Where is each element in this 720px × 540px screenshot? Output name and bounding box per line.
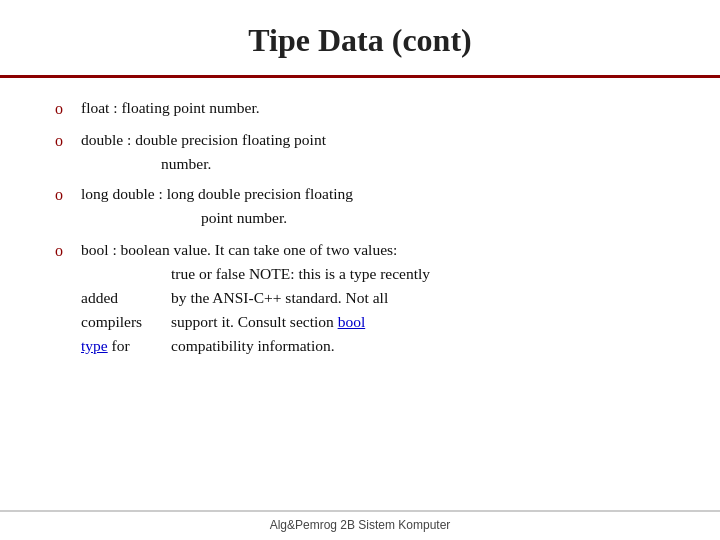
bullet-float: o float : floating point number. (55, 96, 665, 122)
long-double-line1: long double : long double precision floa… (81, 185, 353, 202)
slide: Tipe Data (cont) o float : floating poin… (0, 0, 720, 540)
long-double-line2: point number. (81, 209, 287, 226)
bool-intro: bool : boolean value. It can take one of… (81, 241, 397, 258)
bullet-marker-4: o (55, 239, 71, 264)
bool-type-link[interactable]: type (81, 337, 108, 354)
footer: Alg&Pemrog 2B Sistem Komputer (0, 512, 720, 540)
bool-left-1 (81, 262, 171, 286)
bullet-float-text: float : floating point number. (81, 96, 665, 120)
title-area: Tipe Data (cont) (0, 0, 720, 69)
bullet-long-double-text: long double : long double precision floa… (81, 182, 665, 230)
bool-left-4: type for (81, 334, 171, 358)
bool-left-2: added (81, 286, 171, 310)
bool-right-4: compatibility information. (171, 334, 665, 358)
bool-col-left: added compilers type for (81, 262, 171, 358)
bullet-marker-3: o (55, 183, 71, 208)
bool-left-3: compilers (81, 310, 171, 334)
bool-content: bool : boolean value. It can take one of… (81, 238, 665, 358)
bullet-bool: o bool : boolean value. It can take one … (55, 238, 665, 358)
bullet-double: o double : double precision floating poi… (55, 128, 665, 176)
content-area: o float : floating point number. o doubl… (0, 78, 720, 510)
double-line2: number. (81, 155, 211, 172)
float-label: float : floating point number. (81, 99, 260, 116)
slide-title: Tipe Data (cont) (40, 22, 680, 59)
bullet-double-text: double : double precision floating point… (81, 128, 665, 176)
bullet-marker-1: o (55, 97, 71, 122)
bool-right-3: support it. Consult section bool (171, 310, 665, 334)
bool-col-right: true or false NOTE: this is a type recen… (171, 262, 665, 358)
bullet-marker-2: o (55, 129, 71, 154)
bool-right-1: true or false NOTE: this is a type recen… (171, 262, 665, 286)
bullet-long-double: o long double : long double precision fl… (55, 182, 665, 230)
bool-right-2: by the ANSI-C++ standard. Not all (171, 286, 665, 310)
bool-table: added compilers type for true or false N… (81, 262, 665, 358)
bool-link[interactable]: bool (338, 313, 366, 330)
double-line1: double : double precision floating point (81, 131, 326, 148)
